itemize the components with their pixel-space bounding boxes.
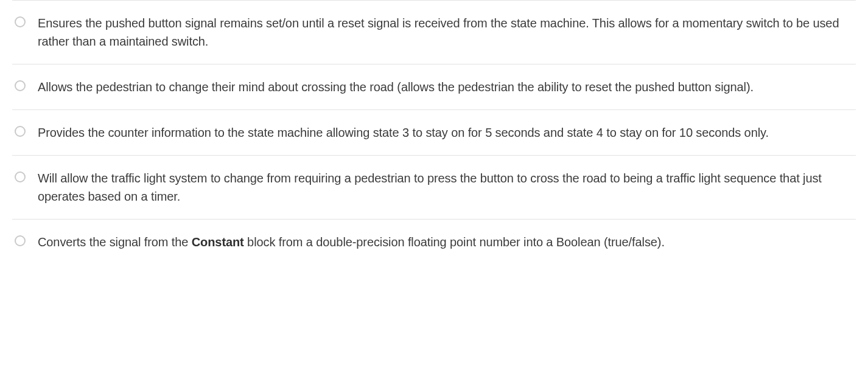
option-text: Allows the pedestrian to change their mi… (38, 78, 754, 96)
radio-icon[interactable] (15, 171, 26, 182)
option-row[interactable]: Allows the pedestrian to change their mi… (12, 64, 856, 109)
option-text-post: block from a double-precision floating p… (244, 235, 665, 249)
options-list: Ensures the pushed button signal remains… (12, 0, 856, 265)
radio-icon[interactable] (15, 16, 26, 27)
option-text: Will allow the traffic light system to c… (38, 169, 853, 206)
option-row[interactable]: Ensures the pushed button signal remains… (12, 0, 856, 64)
option-text: Ensures the pushed button signal remains… (38, 14, 853, 50)
option-row[interactable]: Converts the signal from the Constant bl… (12, 219, 856, 265)
radio-icon[interactable] (15, 126, 26, 137)
option-text-bold: Constant (192, 235, 244, 249)
radio-icon[interactable] (15, 235, 26, 246)
option-row[interactable]: Provides the counter information to the … (12, 109, 856, 155)
option-row[interactable]: Will allow the traffic light system to c… (12, 155, 856, 219)
option-text: Provides the counter information to the … (38, 123, 769, 142)
option-text: Converts the signal from the Constant bl… (38, 233, 665, 251)
option-text-pre: Converts the signal from the (38, 235, 192, 249)
radio-icon[interactable] (15, 80, 26, 91)
